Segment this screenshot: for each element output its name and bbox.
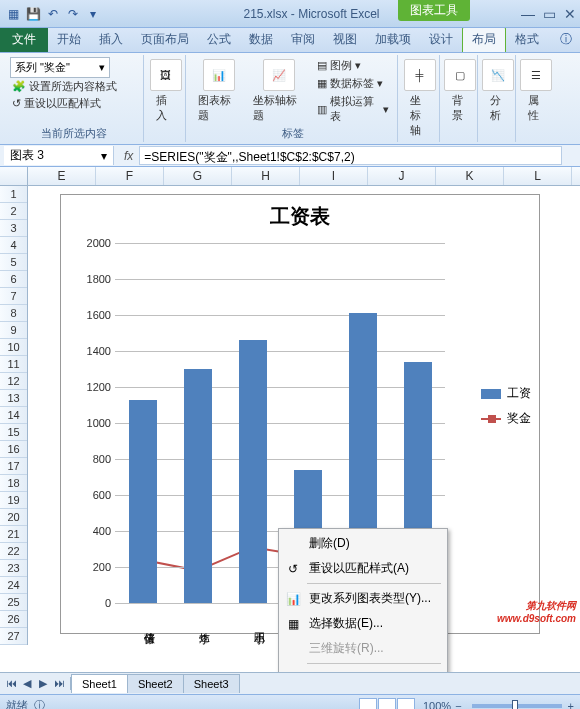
view-buttons[interactable]: [359, 698, 415, 710]
tab-page-layout[interactable]: 页面布局: [132, 27, 198, 52]
column-header[interactable]: H: [232, 167, 300, 185]
ctx-reset-style[interactable]: ↺重设以匹配样式(A): [281, 556, 445, 581]
row-header[interactable]: 11: [0, 356, 27, 373]
zoom-level[interactable]: 100%: [423, 700, 451, 710]
bar-salary[interactable]: [129, 400, 157, 603]
row-header[interactable]: 5: [0, 254, 27, 271]
sheet-tab[interactable]: Sheet1: [71, 674, 128, 693]
bar-salary[interactable]: [239, 340, 267, 603]
row-header[interactable]: 6: [0, 271, 27, 288]
properties-button[interactable]: ☰属性: [524, 57, 548, 125]
save-icon[interactable]: 💾: [24, 5, 42, 23]
bar-salary[interactable]: [184, 369, 212, 603]
row-header[interactable]: 8: [0, 305, 27, 322]
row-header[interactable]: 3: [0, 220, 27, 237]
cells-area[interactable]: 1234567891011121314151617181920212223242…: [0, 186, 580, 672]
column-header[interactable]: E: [28, 167, 96, 185]
tab-formulas[interactable]: 公式: [198, 27, 240, 52]
close-button[interactable]: ✕: [564, 6, 576, 22]
row-header[interactable]: 18: [0, 475, 27, 492]
axes-button[interactable]: ╪坐标轴: [406, 57, 433, 140]
select-all-corner[interactable]: [0, 167, 28, 185]
zoom-out-icon[interactable]: −: [455, 700, 461, 710]
row-headers: 1234567891011121314151617181920212223242…: [0, 186, 28, 645]
help-icon[interactable]: ⓘ: [552, 27, 580, 52]
reset-match-style-button[interactable]: ↺重设以匹配样式: [10, 95, 137, 112]
undo-icon[interactable]: ↶: [44, 5, 62, 23]
zoom-slider[interactable]: [472, 704, 562, 708]
zoom-in-icon[interactable]: +: [568, 700, 574, 710]
background-button[interactable]: ▢背景: [448, 57, 471, 125]
datatable-button[interactable]: ▥模拟运算表▾: [315, 93, 391, 125]
row-header[interactable]: 12: [0, 373, 27, 390]
row-header[interactable]: 10: [0, 339, 27, 356]
tab-design[interactable]: 设计: [420, 27, 462, 52]
quick-access-toolbar: ▦ 💾 ↶ ↷ ▾: [4, 5, 102, 23]
sheet-tab[interactable]: Sheet2: [127, 674, 184, 693]
tab-chart-layout[interactable]: 布局: [462, 26, 506, 52]
row-header[interactable]: 14: [0, 407, 27, 424]
row-header[interactable]: 25: [0, 594, 27, 611]
chart-title[interactable]: 工资表: [61, 195, 539, 234]
column-header[interactable]: K: [436, 167, 504, 185]
column-header[interactable]: L: [504, 167, 572, 185]
redo-icon[interactable]: ↷: [64, 5, 82, 23]
column-header[interactable]: F: [96, 167, 164, 185]
row-header[interactable]: 1: [0, 186, 27, 203]
qat-dropdown-icon[interactable]: ▾: [84, 5, 102, 23]
row-header[interactable]: 21: [0, 526, 27, 543]
row-header[interactable]: 26: [0, 611, 27, 628]
row-header[interactable]: 16: [0, 441, 27, 458]
insert-button[interactable]: 🖼插入: [152, 57, 179, 125]
ctx-add-data-labels[interactable]: 添加数据标签(B): [281, 666, 445, 672]
sheet-nav-arrows[interactable]: ⏮◀▶⏭: [0, 677, 71, 690]
chart-legend[interactable]: 工资 奖金: [481, 385, 531, 435]
format-selection-button[interactable]: 🧩设置所选内容格式: [10, 78, 137, 95]
tab-file[interactable]: 文件: [0, 27, 48, 52]
row-header[interactable]: 9: [0, 322, 27, 339]
row-header[interactable]: 27: [0, 628, 27, 645]
tab-addins[interactable]: 加载项: [366, 27, 420, 52]
row-header[interactable]: 4: [0, 237, 27, 254]
sheet-tab[interactable]: Sheet3: [183, 674, 240, 693]
legend-item-salary[interactable]: 工资: [481, 385, 531, 402]
row-header[interactable]: 19: [0, 492, 27, 509]
tab-view[interactable]: 视图: [324, 27, 366, 52]
tab-chart-format[interactable]: 格式: [506, 27, 548, 52]
legend-item-bonus[interactable]: 奖金: [481, 410, 531, 427]
chart-element-selector[interactable]: 系列 "奖金" ▾: [10, 57, 110, 78]
row-header[interactable]: 2: [0, 203, 27, 220]
maximize-button[interactable]: ▭: [543, 6, 556, 22]
row-header[interactable]: 23: [0, 560, 27, 577]
row-header[interactable]: 7: [0, 288, 27, 305]
row-header[interactable]: 17: [0, 458, 27, 475]
fx-label[interactable]: fx: [118, 149, 139, 163]
tab-data[interactable]: 数据: [240, 27, 282, 52]
tab-home[interactable]: 开始: [48, 27, 90, 52]
row-header[interactable]: 22: [0, 543, 27, 560]
tab-review[interactable]: 审阅: [282, 27, 324, 52]
ctx-change-chart-type[interactable]: 📊更改系列图表类型(Y)...: [281, 586, 445, 611]
axis-title-button[interactable]: 📈坐标轴标题: [249, 57, 309, 125]
row-header[interactable]: 20: [0, 509, 27, 526]
tab-insert[interactable]: 插入: [90, 27, 132, 52]
analysis-button[interactable]: 📉分析: [486, 57, 509, 125]
chevron-down-icon: ▾: [355, 59, 361, 72]
ctx-select-data[interactable]: ▦选择数据(E)...: [281, 611, 445, 636]
ctx-delete[interactable]: 删除(D): [281, 531, 445, 556]
row-header[interactable]: 24: [0, 577, 27, 594]
data-labels-button[interactable]: ▦数据标签▾: [315, 75, 391, 92]
column-header[interactable]: I: [300, 167, 368, 185]
row-header[interactable]: 15: [0, 424, 27, 441]
zoom-thumb[interactable]: [512, 700, 518, 710]
row-header[interactable]: 13: [0, 390, 27, 407]
minimize-button[interactable]: —: [521, 6, 535, 22]
name-box[interactable]: 图表 3 ▾: [4, 146, 114, 165]
props-icon: ☰: [520, 59, 552, 91]
column-header[interactable]: G: [164, 167, 232, 185]
selector-value: 系列 "奖金": [15, 60, 70, 75]
legend-button[interactable]: ▤图例▾: [315, 57, 391, 74]
formula-input[interactable]: =SERIES("奖金",,Sheet1!$C$2:$C$7,2): [139, 146, 562, 165]
chart-title-button[interactable]: 📊图表标题: [194, 57, 243, 125]
column-header[interactable]: J: [368, 167, 436, 185]
